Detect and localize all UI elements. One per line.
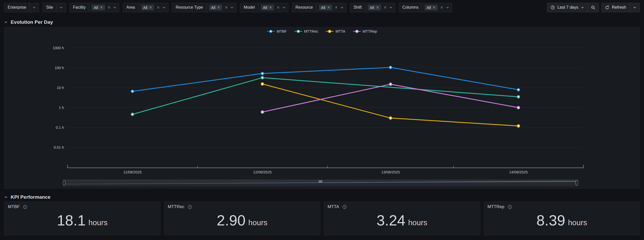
chip-label: All (370, 5, 374, 10)
time-range-group: Last 7 days (547, 3, 599, 12)
chevron-down-icon[interactable] (162, 6, 166, 9)
filter-resource-type[interactable]: Resource TypeAll (172, 3, 236, 12)
section-title-kpi: KPI Performance (11, 194, 50, 200)
filter-label: Area (123, 3, 138, 12)
selected-value-chip[interactable]: All (209, 5, 222, 10)
selected-value-chip[interactable]: All (141, 5, 154, 10)
legend-item-mttrep[interactable]: MTTRep (353, 29, 377, 33)
svg-text:1 h: 1 h (59, 106, 64, 110)
kpi-value: 8.39hours (488, 208, 636, 233)
time-range-label: Last 7 days (557, 5, 578, 10)
legend-label: MTBF (277, 29, 287, 33)
chevron-down-icon[interactable] (230, 6, 234, 9)
filter-enterprise[interactable]: Enterprise (4, 3, 39, 12)
filter-dropdown-toggle[interactable] (57, 3, 66, 12)
legend-marker-icon (294, 29, 302, 33)
svg-text:0.1 h: 0.1 h (56, 125, 64, 130)
chart-legend: MTBFMTTRecMTTAMTTRep (4, 29, 640, 33)
clear-all-icon[interactable] (334, 6, 338, 9)
chip-remove-icon[interactable] (269, 6, 272, 9)
filter-site[interactable]: Site (43, 3, 66, 12)
selected-value-chip[interactable]: All (92, 5, 105, 10)
dashboard: EnterpriseSiteFacilityAllAreaAllResource… (0, 0, 644, 240)
chip-remove-icon[interactable] (433, 6, 436, 9)
legend-item-mtbf[interactable]: MTBF (267, 29, 287, 33)
filter-value-area: All (365, 3, 395, 12)
svg-text:11/08/2025: 11/08/2025 (123, 170, 142, 174)
chip-remove-icon[interactable] (217, 6, 220, 9)
filter-bar: EnterpriseSiteFacilityAllAreaAllResource… (4, 3, 640, 12)
selected-value-chip[interactable]: All (261, 5, 274, 10)
clock-icon (551, 5, 555, 10)
chevron-down-icon[interactable] (282, 6, 286, 9)
clear-all-icon[interactable] (107, 6, 111, 9)
clear-all-icon[interactable] (156, 6, 160, 9)
chip-remove-icon[interactable] (100, 6, 103, 9)
chip-remove-icon[interactable] (149, 6, 152, 9)
clear-all-icon[interactable] (383, 6, 387, 9)
collapse-chevron-icon[interactable] (4, 195, 8, 199)
legend-marker-icon (353, 29, 361, 33)
kpi-unit: hours (568, 214, 587, 226)
chart-scrollbar[interactable] (63, 179, 578, 186)
filter-model[interactable]: ModelAll (240, 3, 288, 12)
section-title-evolution: Evolution Per Day (11, 19, 53, 25)
legend-label: MTTRec (304, 29, 318, 33)
svg-text:100 h: 100 h (55, 66, 64, 70)
kpi-value: 18.1hours (8, 208, 157, 233)
scrollbar-grip-icon[interactable] (319, 180, 322, 183)
chevron-down-icon[interactable] (389, 6, 393, 9)
refresh-label: Refresh (612, 5, 626, 10)
kpi-unit: hours (88, 214, 108, 226)
clear-all-icon[interactable] (224, 6, 228, 9)
chevron-down-icon[interactable] (340, 6, 344, 9)
clear-all-icon[interactable] (276, 6, 280, 9)
chip-label: All (263, 5, 267, 10)
evolution-chart-panel: MTBFMTTRecMTTAMTTRep 1000 h100 h10 h1 h0… (4, 27, 640, 189)
chevron-down-icon[interactable] (113, 6, 116, 9)
chip-remove-icon[interactable] (327, 6, 330, 9)
selected-value-chip[interactable]: All (319, 5, 332, 10)
legend-label: MTTRep (363, 29, 377, 33)
chevron-down-icon[interactable] (446, 6, 449, 9)
refresh-button[interactable]: Refresh (602, 3, 629, 12)
filter-list: EnterpriseSiteFacilityAllAreaAllResource… (4, 3, 452, 12)
selected-value-chip[interactable]: All (368, 5, 381, 10)
filter-label: Shift (350, 3, 365, 12)
zoom-out-icon (591, 5, 595, 10)
filter-label: Model (240, 3, 258, 12)
clear-all-icon[interactable] (440, 6, 444, 9)
time-picker-button[interactable]: Last 7 days (547, 3, 587, 12)
selected-value-chip[interactable]: All (425, 5, 438, 10)
chip-remove-icon[interactable] (376, 6, 379, 9)
kpi-card-mtta: MTTA3.24hours (324, 201, 480, 235)
svg-text:1000 h: 1000 h (53, 46, 64, 50)
filter-columns[interactable]: ColumnsAll (399, 3, 452, 12)
filter-dropdown-toggle[interactable] (30, 3, 39, 12)
refresh-interval-dropdown[interactable] (629, 3, 640, 12)
kpi-number: 8.39 (536, 213, 565, 228)
legend-item-mttrec[interactable]: MTTRec (294, 29, 318, 33)
kpi-row: MTBF18.1hoursMTTRec2.90hoursMTTA3.24hour… (4, 201, 640, 235)
svg-text:10 h: 10 h (57, 86, 64, 90)
kpi-number: 18.1 (57, 213, 86, 228)
filter-value-area: All (138, 3, 168, 12)
filter-shift[interactable]: ShiftAll (350, 3, 395, 12)
legend-item-mtta[interactable]: MTTA (326, 29, 345, 33)
scrollbar-handle-left[interactable] (63, 180, 65, 186)
kpi-value: 3.24hours (328, 208, 476, 233)
legend-label: MTTA (336, 29, 345, 33)
scrollbar-handle-right[interactable] (576, 180, 578, 186)
collapse-chevron-icon[interactable] (4, 20, 8, 24)
filter-resource[interactable]: ResourceAll (292, 3, 346, 12)
kpi-number: 3.24 (377, 213, 405, 228)
filter-area[interactable]: AreaAll (123, 3, 168, 12)
chevron-down-icon (33, 6, 36, 9)
zoom-out-button[interactable] (587, 3, 599, 12)
filter-facility[interactable]: FacilityAll (70, 3, 119, 12)
filter-label: Facility (70, 3, 89, 12)
filter-label: Resource (292, 3, 316, 12)
filter-value-area: All (422, 3, 452, 12)
svg-text:13/08/2025: 13/08/2025 (381, 170, 400, 174)
chip-label: All (427, 5, 431, 10)
